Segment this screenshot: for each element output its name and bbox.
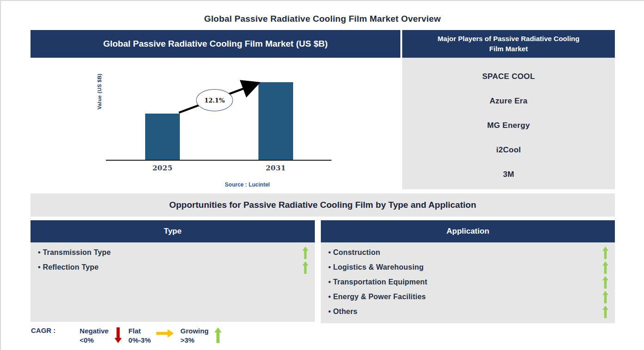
application-item-label: Logistics & Warehousing bbox=[328, 263, 602, 272]
growing-up-arrow-icon bbox=[602, 261, 608, 274]
cagr-legend-label: CAGR : bbox=[31, 326, 55, 334]
players-panel-header: Major Players of Passive Radiative Cooli… bbox=[402, 30, 615, 58]
list-item: Energy & Power Facilities bbox=[321, 290, 615, 304]
player-name: MG Energy bbox=[402, 121, 615, 130]
cagr-annotation: 12.1% bbox=[196, 89, 233, 111]
type-item-label: Reflection Type bbox=[38, 263, 302, 272]
legend-flat-range: 0%-3% bbox=[129, 336, 151, 345]
x-tick-2031: 2031 bbox=[258, 164, 293, 172]
players-panel-header-label: Major Players of Passive Radiative Cooli… bbox=[437, 34, 580, 54]
player-name: SPACE COOL bbox=[402, 72, 615, 81]
x-tick-2025: 2025 bbox=[145, 164, 180, 172]
cagr-legend: CAGR : Negative <0% Flat 0%-3% Growing >… bbox=[31, 326, 228, 346]
type-panel-header-label: Type bbox=[164, 227, 181, 236]
cagr-annotation-value: 12.1% bbox=[204, 97, 225, 104]
players-list: SPACE COOL Azure Era MG Energy i2Cool 3M bbox=[402, 58, 615, 189]
growing-up-arrow-icon bbox=[602, 306, 608, 318]
type-item-label: Transmission Type bbox=[38, 248, 302, 257]
application-item-label: Energy & Power Facilities bbox=[328, 293, 602, 301]
legend-item-negative: Negative <0% bbox=[80, 326, 129, 345]
flat-right-arrow-icon bbox=[156, 329, 174, 338]
list-item: Construction bbox=[321, 245, 615, 260]
type-panel-body: Transmission Type Reflection Type bbox=[31, 242, 315, 322]
chart-panel-header-label: Global Passive Radiative Cooling Film Ma… bbox=[103, 39, 328, 49]
list-item: Logistics & Warehousing bbox=[321, 260, 615, 275]
growing-up-arrow-icon bbox=[302, 247, 308, 259]
growing-up-arrow-icon bbox=[602, 276, 608, 289]
chart-panel-header: Global Passive Radiative Cooling Film Ma… bbox=[31, 30, 400, 58]
application-item-label: Others bbox=[328, 308, 602, 316]
page-title: Global Passive Radiative Cooling Film Ma… bbox=[1, 14, 644, 24]
plot-area: 12.1% bbox=[106, 58, 331, 160]
application-item-label: Transportation Equipment bbox=[328, 278, 602, 286]
opportunities-title: Opportunities for Passive Radiative Cool… bbox=[169, 200, 476, 210]
infographic-page: { "page": { "title": "Global Passive Rad… bbox=[0, 0, 644, 350]
legend-flat-name: Flat bbox=[129, 326, 151, 336]
player-name: 3M bbox=[402, 170, 615, 179]
player-name: Azure Era bbox=[402, 97, 615, 106]
application-panel-header-label: Application bbox=[447, 227, 490, 236]
y-axis-label: Value (US $B) bbox=[97, 61, 103, 121]
legend-item-growing: Growing >3% bbox=[180, 326, 228, 345]
player-name: i2Cool bbox=[402, 145, 615, 155]
list-item: Transportation Equipment bbox=[321, 275, 615, 290]
growing-up-arrow-icon bbox=[214, 327, 222, 343]
growing-up-arrow-icon bbox=[602, 291, 608, 303]
bar-chart: Value (US $B) 12.1% 2025 2031 Source : L… bbox=[31, 58, 400, 190]
list-item: Transmission Type bbox=[31, 245, 315, 260]
growing-up-arrow-icon bbox=[602, 247, 608, 259]
legend-negative-name: Negative bbox=[80, 326, 109, 336]
source-note: Source : Lucintel bbox=[109, 181, 386, 188]
legend-item-flat: Flat 0%-3% bbox=[129, 326, 180, 345]
negative-down-arrow-icon bbox=[114, 327, 122, 343]
opportunities-title-band: Opportunities for Passive Radiative Cool… bbox=[31, 193, 615, 217]
legend-negative-range: <0% bbox=[80, 336, 109, 345]
list-item: Reflection Type bbox=[31, 260, 315, 275]
legend-growing-name: Growing bbox=[180, 326, 209, 336]
legend-growing-range: >3% bbox=[180, 336, 209, 345]
application-panel-header: Application bbox=[321, 220, 615, 242]
type-panel-header: Type bbox=[31, 220, 315, 242]
growing-up-arrow-icon bbox=[302, 261, 308, 274]
list-item: Others bbox=[321, 304, 615, 319]
application-item-label: Construction bbox=[328, 248, 602, 257]
application-panel-body: Construction Logistics & Warehousing Tra… bbox=[321, 242, 615, 323]
